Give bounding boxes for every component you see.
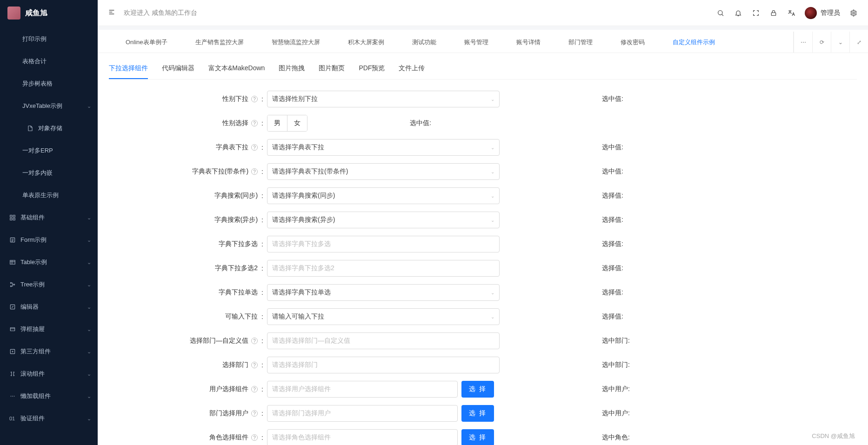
help-icon[interactable]: ? [251, 96, 258, 102]
tabs-chevron-down-icon[interactable]: ⌄ [831, 32, 849, 53]
sidebar-item-8[interactable]: 基础组件⌄ [0, 206, 98, 229]
tabs-expand-icon[interactable]: ⤢ [849, 32, 868, 53]
sidebar-item-6[interactable]: 一对多内嵌 [0, 162, 98, 184]
bell-icon[interactable] [734, 9, 742, 17]
select-input[interactable]: 请选择字典下拉单选⌄ [267, 284, 500, 301]
select-input[interactable]: 请选择字典搜索(同步)⌄ [267, 187, 500, 204]
chevron-down-icon: ⌄ [491, 218, 494, 223]
tabs-more-icon[interactable]: ⋯ [794, 32, 812, 53]
form-value-label: 选中角色: [602, 433, 630, 442]
help-icon[interactable]: ? [251, 434, 258, 441]
form-value-label: 选中值: [602, 167, 623, 176]
page-tab-8[interactable]: 修改密码 [607, 32, 659, 53]
page-tab-6[interactable]: 账号详情 [502, 32, 554, 53]
chevron-down-icon: ⌄ [87, 371, 91, 377]
form-row-12: 用户选择组件?:请选择用户选择组件选 择选中用户: [109, 381, 857, 398]
chevron-down-icon: ⌄ [87, 416, 91, 422]
sidebar-item-10[interactable]: Table示例⌄ [0, 251, 98, 273]
subtab-0[interactable]: 下拉选择组件 [109, 60, 148, 79]
form-label: 可输入下拉: [109, 312, 267, 321]
sidebar-item-7[interactable]: 单表原生示例 [0, 184, 98, 206]
form-row-10: 选择部门—自定义值?:请选择选择部门—自定义值选中部门: [109, 332, 857, 349]
text-input[interactable]: 请选择字典下拉多选 [267, 236, 500, 252]
sidebar-item-16[interactable]: 懒加载组件⌄ [0, 385, 98, 407]
select-button[interactable]: 选 择 [461, 405, 494, 422]
page-tab-3[interactable]: 积木大屏案例 [334, 32, 398, 53]
help-icon[interactable]: ? [251, 386, 258, 392]
select-input[interactable]: 请选择字典搜索(异步)⌄ [267, 212, 500, 228]
file-icon [27, 125, 33, 132]
subtab-3[interactable]: 图片拖拽 [279, 60, 305, 79]
page-tab-2[interactable]: 智慧物流监控大屏 [258, 32, 334, 53]
subtab-1[interactable]: 代码编辑器 [162, 60, 194, 79]
select-input[interactable]: 请选择字典表下拉(带条件)⌄ [267, 163, 500, 180]
select-input[interactable]: 请选择性别下拉⌄ [267, 91, 500, 107]
sidebar-item-17[interactable]: 01验证组件⌄ [0, 407, 98, 430]
help-icon[interactable]: ? [251, 410, 258, 417]
settings-icon[interactable] [849, 9, 858, 17]
radio-option[interactable]: 女 [287, 115, 307, 131]
form-row-9: 可输入下拉:请输入可输入下拉⌄选择值: [109, 308, 857, 325]
sidebar-item-9[interactable]: Form示例⌄ [0, 229, 98, 251]
sidebar-item-5[interactable]: 一对多ERP [0, 139, 98, 162]
user-menu[interactable]: 管理员 [805, 7, 840, 19]
text-input[interactable]: 请选择用户选择组件 [267, 381, 458, 398]
sidebar-item-14[interactable]: 第三方组件⌄ [0, 340, 98, 363]
help-icon[interactable]: ? [251, 338, 258, 344]
page-tab-9[interactable]: 自定义组件示例 [659, 32, 729, 53]
subtab-5[interactable]: PDF预览 [359, 60, 385, 79]
text-input[interactable]: 请选择选择部门—自定义值 [267, 332, 500, 349]
form-label: 字典表下拉?: [109, 143, 267, 152]
search-icon[interactable] [716, 9, 725, 17]
help-icon[interactable]: ? [251, 362, 258, 368]
form-label: 选择部门—自定义值?: [109, 337, 267, 345]
sidebar-item-11[interactable]: Tree示例⌄ [0, 273, 98, 296]
sidebar-item-2[interactable]: 异步树表格 [0, 73, 98, 95]
radio-option[interactable]: 男 [267, 115, 287, 131]
edit-icon [9, 303, 16, 311]
sidebar-item-13[interactable]: 弹框抽屉⌄ [0, 318, 98, 340]
page-tab-5[interactable]: 账号管理 [450, 32, 502, 53]
sidebar-item-1[interactable]: 表格合计 [0, 50, 98, 73]
help-icon[interactable]: ? [251, 144, 258, 151]
select-button[interactable]: 选 择 [461, 429, 494, 445]
sidebar-item-0[interactable]: 打印示例 [0, 28, 98, 50]
lock-icon[interactable] [769, 9, 778, 17]
svg-point-15 [718, 10, 722, 14]
sidebar-item-12[interactable]: 编辑器⌄ [0, 296, 98, 318]
svg-rect-2 [10, 218, 12, 220]
subtabs: 下拉选择组件代码编辑器富文本&MakeDown图片拖拽图片翻页PDF预览文件上传 [109, 60, 857, 80]
subtab-2[interactable]: 富文本&MakeDown [208, 60, 265, 79]
page-tab-0[interactable]: Online表单例子 [112, 32, 181, 53]
sidebar-item-3[interactable]: JVxeTable示例⌄ [0, 95, 98, 117]
svg-point-17 [853, 12, 855, 14]
form-row-8: 字典下拉单选:请选择字典下拉单选⌄选择值: [109, 284, 857, 301]
subtab-4[interactable]: 图片翻页 [319, 60, 345, 79]
sidebar-item-label: 单表原生示例 [22, 191, 59, 199]
select-input[interactable]: 请选择字典表下拉⌄ [267, 139, 500, 156]
chevron-down-icon: ⌄ [87, 326, 91, 332]
form-control: 男女 [267, 115, 307, 132]
form-control: 请选择选择部门—自定义值 [267, 332, 500, 349]
sidebar-item-15[interactable]: 滚动组件⌄ [0, 363, 98, 385]
text-input[interactable]: 请选择字典下拉多选2 [267, 260, 500, 277]
fullscreen-icon[interactable] [752, 9, 760, 17]
text-input[interactable]: 请选择选择部门 [267, 357, 500, 373]
page-tab-1[interactable]: 生产销售监控大屏 [181, 32, 258, 53]
language-icon[interactable] [787, 9, 795, 17]
form-area: 性别下拉?:请选择性别下拉⌄选中值:性别选择?:男女选中值:字典表下拉?:请选择… [109, 91, 857, 445]
text-input[interactable]: 请选择部门选择用户 [267, 405, 458, 422]
sidebar-item-4[interactable]: 对象存储 [0, 117, 98, 139]
tabs-refresh-icon[interactable]: ⟳ [812, 32, 831, 53]
subtab-6[interactable]: 文件上传 [399, 60, 425, 79]
help-icon[interactable]: ? [251, 168, 258, 175]
menu-collapse-icon[interactable] [108, 8, 116, 17]
text-input[interactable]: 请选择角色选择组件 [267, 429, 458, 445]
help-icon[interactable]: ? [251, 120, 258, 126]
select-input[interactable]: 请输入可输入下拉⌄ [267, 308, 500, 325]
svg-rect-5 [10, 260, 15, 264]
page-tab-4[interactable]: 测试功能 [398, 32, 450, 53]
grid-icon [9, 214, 16, 221]
select-button[interactable]: 选 择 [461, 381, 494, 398]
page-tab-7[interactable]: 部门管理 [554, 32, 607, 53]
